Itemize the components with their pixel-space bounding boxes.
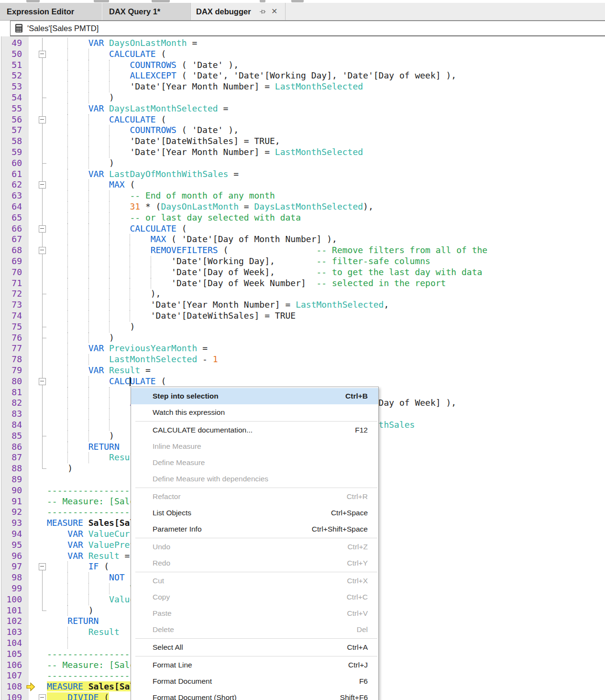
line-number: 61: [0, 169, 22, 180]
line-number: 95: [0, 540, 22, 551]
code-text: VAR Result =: [47, 551, 130, 562]
menu-item-inline-measure: Inline Measure: [131, 438, 378, 455]
fold-line: [42, 278, 43, 289]
line-number: 83: [0, 409, 22, 420]
code-text: VAR DaysOnLastMonth =: [47, 38, 197, 49]
tab-separator: [102, 3, 102, 20]
menu-item-format-document-short[interactable]: Format Document (Short)Shift+F6: [131, 689, 378, 700]
fold-line: [42, 463, 43, 468]
fold-end-tick: [42, 98, 46, 98]
menu-separator: [135, 421, 377, 422]
fold-toggle[interactable]: [39, 247, 46, 254]
fold-line: [42, 343, 43, 354]
line-number: 107: [0, 670, 22, 681]
line-number: 87: [0, 452, 22, 463]
menu-item-shortcut: Ctrl+R: [347, 492, 368, 501]
code-text: Result: [47, 452, 140, 463]
line-number: 55: [0, 103, 22, 114]
menu-item-shortcut: Ctrl+J: [348, 661, 368, 669]
code-line: 62 MAX (: [0, 179, 605, 190]
fold-line: [42, 70, 43, 81]
fold-end-tick: [42, 611, 46, 611]
line-number: 72: [0, 289, 22, 300]
fold-toggle[interactable]: [39, 225, 46, 233]
code-line: 72 ),: [0, 289, 605, 300]
code-text: ): [47, 605, 94, 616]
close-icon[interactable]: ✕: [271, 3, 277, 20]
menu-item-label: CALCULATE documentation...: [153, 426, 253, 434]
code-line: 58 'Date'[DateWithSales] = TRUE,: [0, 136, 605, 147]
fold-toggle[interactable]: [39, 694, 46, 700]
code-text: ),: [47, 289, 161, 300]
menu-item-watch-this-expression[interactable]: Watch this expression: [131, 404, 378, 421]
code-text: CALCULATE (: [47, 114, 166, 125]
menu-item-step-into-selection[interactable]: Step into selectionCtrl+B: [131, 388, 378, 404]
menu-item-label: Define Measure with dependencies: [153, 475, 268, 483]
code-line: 68 REMOVEFILTERS ( -- Remove filters fro…: [0, 245, 605, 256]
tab-expression-editor[interactable]: Expression Editor: [7, 3, 74, 20]
line-number: 100: [0, 594, 22, 605]
menu-item-select-all[interactable]: Select AllCtrl+A: [131, 639, 378, 656]
line-number: 65: [0, 212, 22, 223]
code-text: 'Date'[DateWithSales] = TRUE: [47, 311, 296, 322]
fold-line: [42, 169, 43, 180]
tab-dax-debugger-label[interactable]: DAX debugger: [196, 3, 251, 20]
fold-toggle[interactable]: [39, 116, 46, 123]
line-number: 63: [0, 190, 22, 201]
fold-end-tick: [42, 338, 46, 338]
menu-item-format-line[interactable]: Format LineCtrl+J: [131, 657, 378, 673]
code-text: 31 * (DaysOnLastMonth = DaysLastMonthSel…: [47, 201, 374, 212]
fold-line: [42, 256, 43, 267]
menu-item-shortcut: Del: [357, 625, 368, 634]
code-text: COUNTROWS ( 'Date' ),: [47, 60, 239, 71]
fold-toggle[interactable]: [39, 51, 46, 58]
line-number: 99: [0, 583, 22, 594]
menu-item-define-measure-with-dependencies: Define Measure with dependencies: [131, 471, 378, 487]
code-text: RETURN: [47, 442, 120, 453]
menu-item-cut: CutCtrl+X: [131, 573, 378, 589]
fold-toggle[interactable]: [39, 378, 46, 385]
code-text: VAR PreviousYearMonth =: [47, 343, 208, 354]
code-line: 63 -- End of month of any month: [0, 190, 605, 201]
line-number: 102: [0, 616, 22, 627]
code-line: 80 CALCULATE (: [0, 376, 605, 387]
menu-item-label: Watch this expression: [153, 408, 225, 417]
fold-end-tick: [42, 294, 46, 294]
fold-line: [42, 38, 43, 49]
menu-item-label: Define Measure: [153, 458, 205, 467]
line-number: 109: [0, 692, 22, 700]
menu-item-shortcut: Ctrl+A: [347, 643, 368, 652]
line-number: 104: [0, 638, 22, 649]
line-number: 69: [0, 256, 22, 267]
tab-dax-query-1[interactable]: DAX Query 1*: [109, 3, 160, 20]
code-line: 73 'Date'[Year Month Number] = LastMonth…: [0, 300, 605, 311]
menu-separator: [135, 656, 377, 656]
fold-toggle[interactable]: [39, 181, 46, 189]
menu-item-format-document[interactable]: Format DocumentF6: [131, 673, 378, 689]
code-text: VAR DaysLastMonthSelected =: [47, 103, 228, 114]
code-line: 60 ): [0, 158, 605, 169]
menu-item-label: Undo: [153, 543, 170, 551]
fold-toggle[interactable]: [39, 563, 46, 570]
menu-item-label: Format Line: [153, 661, 192, 669]
menu-item-shortcut: Ctrl+X: [347, 577, 368, 585]
menu-separator: [135, 638, 377, 639]
pin-icon[interactable]: [259, 8, 267, 17]
menu-item-calculate-documentation[interactable]: CALCULATE documentation...F12: [131, 422, 378, 438]
code-line: 59 'Date'[Year Month Number] = LastMonth…: [0, 147, 605, 158]
line-number: 91: [0, 496, 22, 507]
fold-line: [42, 147, 43, 158]
line-number: 90: [0, 485, 22, 496]
code-text: 'Date'[Year Month Number] = LastMonthSel…: [47, 147, 363, 158]
current-measure-selector[interactable]: 'Sales'[Sales PMTD]: [10, 21, 605, 36]
code-text: REMOVEFILTERS ( -- Remove filters from a…: [47, 245, 487, 256]
line-number: 98: [0, 572, 22, 583]
menu-item-parameter-info[interactable]: Parameter InfoCtrl+Shift+Space: [131, 521, 378, 537]
line-number: 51: [0, 60, 22, 71]
toolbar-remnant: [26, 0, 40, 2]
menu-item-label: Select All: [153, 643, 183, 652]
menu-item-label: Inline Measure: [153, 442, 201, 451]
menu-item-shortcut: F12: [355, 426, 368, 434]
menu-item-label: Cut: [153, 577, 164, 585]
menu-item-list-objects[interactable]: List ObjectsCtrl+Space: [131, 505, 378, 521]
